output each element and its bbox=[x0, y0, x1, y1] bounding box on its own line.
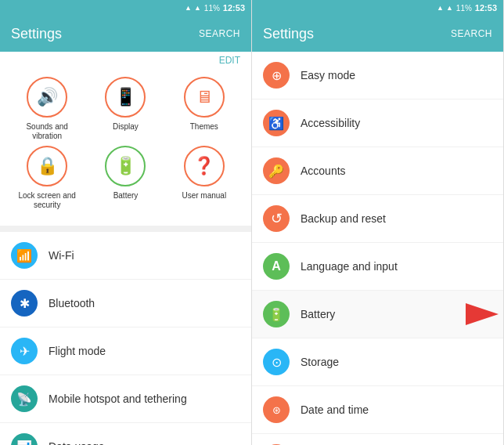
list-item-datausage[interactable]: 📊 Data usage bbox=[0, 423, 251, 445]
right-item-easymode[interactable]: ⊕ Easy mode bbox=[252, 52, 503, 99]
grid-item-sounds[interactable]: 🔊 Sounds and vibration bbox=[16, 77, 78, 141]
backup-icon: ↺ bbox=[263, 205, 290, 232]
right-item-storage[interactable]: ⊙ Storage bbox=[252, 338, 503, 386]
accounts-icon: 🔑 bbox=[263, 157, 290, 184]
usermanual-icon: ❓ bbox=[184, 146, 225, 186]
divider bbox=[0, 226, 251, 232]
right-panel: ▲ ▲ 11% 12:53 Settings SEARCH ⊕ Easy mod… bbox=[252, 0, 504, 445]
battery-list-icon: 🔋 bbox=[263, 301, 290, 327]
easymode-icon: ⊕ bbox=[263, 62, 290, 89]
grid-lockscreen-label: Lock screen and security bbox=[16, 191, 78, 210]
edit-bar: EDIT bbox=[0, 52, 251, 69]
right-wifi-icon: ▲ bbox=[446, 4, 453, 12]
themes-icon: 🖥 bbox=[184, 77, 225, 118]
left-list-section: 📶 Wi-Fi ✱ Bluetooth ✈ Flight mode 📡 Mobi… bbox=[0, 232, 251, 445]
grid-item-themes[interactable]: 🖥 Themes bbox=[173, 77, 236, 141]
right-item-accounts[interactable]: 🔑 Accounts bbox=[252, 147, 503, 195]
list-item-bluetooth[interactable]: ✱ Bluetooth bbox=[0, 280, 251, 327]
language-icon: A bbox=[263, 253, 290, 280]
right-item-battery[interactable]: 🔋 Battery bbox=[252, 291, 503, 338]
list-item-hotspot[interactable]: 📡 Mobile hotspot and tethering bbox=[0, 375, 251, 423]
list-item-wifi[interactable]: 📶 Wi-Fi bbox=[0, 232, 251, 280]
easymode-label: Easy mode bbox=[301, 69, 355, 81]
right-item-usermanual[interactable]: ❓ User manual bbox=[252, 434, 503, 445]
right-item-language[interactable]: A Language and input bbox=[252, 243, 503, 291]
lockscreen-icon: 🔒 bbox=[27, 146, 67, 186]
wifi-icon: ▲ bbox=[194, 4, 201, 12]
grid-sounds-label: Sounds and vibration bbox=[16, 122, 78, 141]
settings-grid: 🔊 Sounds and vibration 📱 Display 🖥 Theme… bbox=[0, 69, 251, 226]
list-item-flight[interactable]: ✈ Flight mode bbox=[0, 327, 251, 375]
battery-arrow bbox=[466, 303, 503, 325]
storage-icon: ⊙ bbox=[263, 349, 290, 375]
grid-item-display[interactable]: 📱 Display bbox=[94, 77, 157, 141]
wifi-label: Wi-Fi bbox=[49, 249, 74, 262]
accessibility-icon: ♿ bbox=[263, 110, 290, 136]
grid-themes-label: Themes bbox=[190, 122, 218, 132]
right-header-title: Settings bbox=[263, 26, 314, 42]
right-list-section: ⊕ Easy mode ♿ Accessibility 🔑 Accounts ↺… bbox=[252, 52, 503, 445]
bluetooth-label: Bluetooth bbox=[49, 297, 95, 309]
left-header: Settings SEARCH bbox=[0, 16, 251, 52]
left-time: 12:53 bbox=[223, 3, 245, 13]
right-signal-icon: ▲ bbox=[437, 4, 444, 12]
datausage-icon: 📊 bbox=[11, 433, 38, 445]
accounts-label: Accounts bbox=[301, 165, 346, 177]
right-status-bar: ▲ ▲ 11% 12:53 bbox=[252, 0, 503, 16]
hotspot-label: Mobile hotspot and tethering bbox=[49, 393, 187, 405]
datausage-label: Data usage bbox=[49, 440, 105, 445]
backup-label: Backup and reset bbox=[301, 212, 386, 225]
bluetooth-icon: ✱ bbox=[11, 290, 38, 317]
left-panel: ▲ ▲ 11% 12:53 Settings SEARCH EDIT 🔊 Sou… bbox=[0, 0, 252, 445]
display-icon: 📱 bbox=[105, 77, 146, 118]
accessibility-label: Accessibility bbox=[301, 117, 360, 129]
hotspot-icon: 📡 bbox=[11, 385, 38, 412]
grid-usermanual-label: User manual bbox=[182, 191, 226, 201]
battery-list-label: Battery bbox=[301, 308, 335, 320]
datetime-label: Date and time bbox=[301, 403, 369, 416]
grid-item-battery[interactable]: 🔋 Battery bbox=[94, 146, 157, 210]
grid-display-label: Display bbox=[113, 122, 139, 132]
sounds-icon: 🔊 bbox=[27, 77, 67, 118]
right-item-accessibility[interactable]: ♿ Accessibility bbox=[252, 99, 503, 147]
right-item-backup[interactable]: ↺ Backup and reset bbox=[252, 195, 503, 243]
right-search-button[interactable]: SEARCH bbox=[451, 28, 492, 39]
right-status-icons: ▲ ▲ bbox=[437, 4, 453, 12]
left-search-button[interactable]: SEARCH bbox=[199, 28, 240, 39]
left-battery: 11% bbox=[204, 4, 220, 13]
left-status-bar: ▲ ▲ 11% 12:53 bbox=[0, 0, 251, 16]
storage-label: Storage bbox=[301, 356, 339, 368]
edit-button[interactable]: EDIT bbox=[219, 55, 240, 66]
left-header-title: Settings bbox=[11, 26, 62, 42]
grid-row-1: 🔊 Sounds and vibration 📱 Display 🖥 Theme… bbox=[0, 77, 251, 141]
right-time: 12:53 bbox=[475, 3, 497, 13]
right-battery: 11% bbox=[456, 4, 472, 13]
right-header: Settings SEARCH bbox=[252, 16, 503, 52]
left-status-icons: ▲ ▲ bbox=[185, 4, 201, 12]
battery-grid-icon: 🔋 bbox=[105, 146, 146, 186]
grid-row-2: 🔒 Lock screen and security 🔋 Battery ❓ U… bbox=[0, 146, 251, 210]
flight-label: Flight mode bbox=[49, 345, 106, 357]
grid-item-lockscreen[interactable]: 🔒 Lock screen and security bbox=[16, 146, 78, 210]
grid-battery-label: Battery bbox=[113, 191, 139, 201]
wifi-list-icon: 📶 bbox=[11, 242, 38, 269]
right-item-datetime[interactable]: ⊛ Date and time bbox=[252, 386, 503, 434]
grid-item-usermanual[interactable]: ❓ User manual bbox=[173, 146, 236, 210]
datetime-icon: ⊛ bbox=[263, 396, 290, 423]
flight-icon: ✈ bbox=[11, 338, 38, 364]
signal-icon: ▲ bbox=[185, 4, 192, 12]
language-label: Language and input bbox=[301, 260, 398, 273]
